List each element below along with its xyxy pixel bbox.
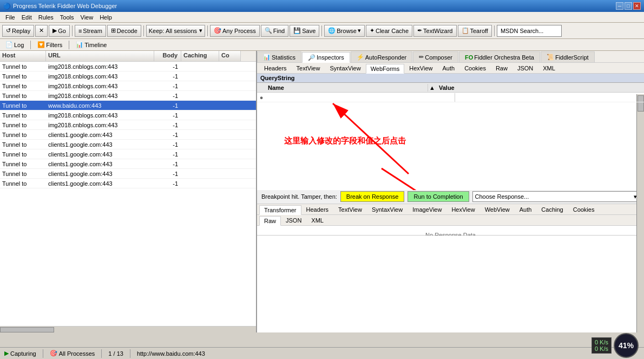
choose-response-dropdown[interactable]: Choose Response... ▾ [472,191,640,202]
tab-statistics[interactable]: 📊 Statistics [257,51,301,62]
vertical-scrollbar[interactable] [636,94,644,332]
filters-button[interactable]: 🔽 Filters [34,40,65,50]
menu-file[interactable]: File [2,14,18,21]
go-button[interactable]: ▶ Go [49,25,70,37]
table-row[interactable]: Tunnel to img2018.cnblogs.com:443 -1 [0,110,256,120]
resp-subtab-json[interactable]: JSON [281,216,306,225]
resp-tab-hexview[interactable]: HexView [446,205,479,214]
sessions-scrollbar[interactable] [0,326,256,332]
minimize-button[interactable]: ─ [616,2,623,10]
browse-chevron-icon: ▾ [358,27,361,34]
resp-tab-webview[interactable]: WebView [480,205,515,214]
menu-edit[interactable]: Edit [18,14,35,21]
maximize-button[interactable]: □ [625,2,632,10]
clear-cache-button[interactable]: ✦ Clear Cache [366,25,412,37]
sort-icon: ▲ [429,84,435,91]
sessions-panel: Host URL Body Caching Co Tunnel to img20… [0,51,257,332]
resp-subtab-raw[interactable]: Raw [259,216,281,226]
table-row-selected[interactable]: Tunnel to www.baidu.com:443 -1 [0,101,256,110]
tearoff-button[interactable]: 📋 Tearoff [458,25,492,37]
browse-icon: 🌐 [328,27,336,34]
resp-tab-syntaxview[interactable]: SyntaxView [367,205,408,214]
resp-tab-transformer[interactable]: Transformer [259,205,301,215]
sub-tab-xml[interactable]: XML [538,63,560,73]
query-name-input[interactable] [266,93,455,102]
decode-button[interactable]: ⊞ Decode [107,25,141,37]
sub-tab-auth[interactable]: Auth [438,63,460,73]
clear-cache-icon: ✦ [370,27,374,34]
stop-button[interactable]: ✕ [35,25,48,37]
sub-tab-textview[interactable]: TextView [292,63,325,73]
tab-inspectors[interactable]: 🔎 Inspectors [302,52,350,63]
browse-button[interactable]: 🌐 Browse ▾ [324,25,365,37]
any-process-button[interactable]: 🎯 Any Process [210,25,260,37]
query-value-input[interactable] [455,93,644,102]
find-button[interactable]: 🔍 Find [261,25,288,37]
resp-tab-headers[interactable]: Headers [301,205,334,214]
arrow-annotation-2 [365,163,501,190]
table-row[interactable]: Tunnel to clients1.google.com:443 -1 [0,169,256,179]
menu-help[interactable]: Help [96,14,115,21]
msdn-search-input-container[interactable] [497,25,562,37]
close-button[interactable]: ✕ [633,2,641,10]
sub-tab-hexview[interactable]: HexView [404,63,437,73]
arrow-annotation-1 [322,98,430,179]
table-row[interactable]: Tunnel to clients1.google.com:443 -1 [0,140,256,149]
speed-circle: 41% [614,333,639,358]
query-string-header: QueryString [257,74,644,83]
log-button[interactable]: 📄 Log [2,40,27,50]
timeline-icon: 📊 [76,41,83,48]
sub-tab-syntaxview[interactable]: SyntaxView [325,63,365,73]
timeline-button[interactable]: 📊 Timeline [73,40,110,50]
query-row-1[interactable]: ● [257,93,644,102]
sub-tab-webforms[interactable]: WebForms [366,64,405,74]
table-row[interactable]: Tunnel to img2018.cnblogs.com:443 -1 [0,120,256,130]
resp-tab-textview[interactable]: TextView [333,205,367,214]
autoresponder-icon: ⚡ [357,54,364,61]
sub-tab-headers[interactable]: Headers [259,63,292,73]
keep-dropdown[interactable]: Keep: All sessions ▾ [146,25,205,37]
resp-tab-auth[interactable]: Auth [515,205,537,214]
resp-tab-cookies[interactable]: Cookies [568,205,600,214]
break-on-response-button[interactable]: Break on Response [340,191,405,202]
sub-tab-cookies[interactable]: Cookies [459,63,491,73]
sep1 [72,25,73,36]
table-row[interactable]: Tunnel to clients1.google.com:443 -1 [0,149,256,159]
table-row[interactable]: Tunnel to img2018.cnblogs.com:443 -1 [0,91,256,101]
log-icon: 📄 [5,41,13,48]
sort-col[interactable]: ▲ [428,84,437,92]
msdn-search-input[interactable] [501,28,558,34]
sep-t2-2 [69,41,69,49]
right-panel: 📊 Statistics 🔎 Inspectors ⚡ AutoResponde… [257,51,644,332]
table-row[interactable]: Tunnel to img2018.cnblogs.com:443 -1 [0,81,256,91]
table-row[interactable]: Tunnel to clients1.google.com:443 -1 [0,130,256,140]
run-to-completion-button[interactable]: Run to Completion [408,191,469,202]
tab-autoresponder[interactable]: ⚡ AutoResponder [351,51,412,62]
table-row[interactable]: Tunnel to img2018.cnblogs.com:443 -1 [0,71,256,81]
menu-view[interactable]: View [77,14,97,21]
save-button[interactable]: 💾 Save [290,25,319,37]
sub-tab-raw[interactable]: Raw [491,63,512,73]
sub-tab-json[interactable]: JSON [512,63,538,73]
stream-button[interactable]: ≡ Stream [75,25,106,37]
table-row[interactable]: Tunnel to clients1.google.com:443 -1 [0,159,256,169]
tab-orchestra[interactable]: FO Fiddler Orchestra Beta [459,51,540,62]
menu-rules[interactable]: Rules [35,14,57,21]
tab-composer[interactable]: ✏ Composer [413,51,458,62]
table-row[interactable]: Tunnel to clients1.google.com:443 -1 [0,179,256,188]
svg-line-3 [382,168,490,190]
replay-button[interactable]: ↺ Replay [2,25,34,37]
tab-fiddlerscript[interactable]: 📜 FiddlerScript [541,51,595,62]
table-row[interactable]: Tunnel to img2018.cnblogs.com:443 -1 [0,62,256,71]
menu-tools[interactable]: Tools [57,14,77,21]
statistics-icon: 📊 [263,54,271,61]
resp-subtab-xml[interactable]: XML [306,216,328,225]
text-wizard-button[interactable]: ✒ TextWizard [413,25,456,37]
resp-tab-imageview[interactable]: ImageView [408,205,446,214]
main-tabs-row: 📊 Statistics 🔎 Inspectors ⚡ AutoResponde… [257,51,644,63]
horizontal-scrollbar[interactable] [0,327,256,333]
bullet-marker: ● [257,94,266,101]
filters-icon: 🔽 [37,41,45,48]
process-filter-icon: 🎯 [50,350,57,357]
resp-tab-caching[interactable]: Caching [536,205,568,214]
